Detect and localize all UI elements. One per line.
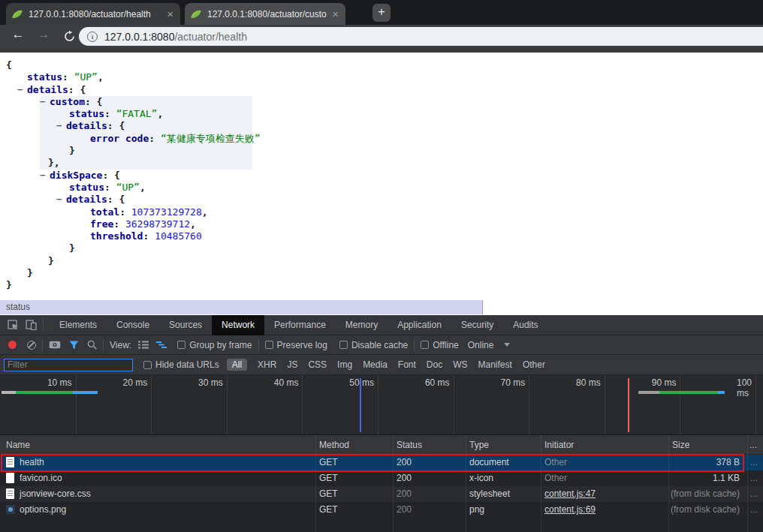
column-header-name[interactable]: Name: [6, 440, 30, 450]
back-button[interactable]: ←: [9, 27, 27, 42]
request-initiator: Other: [544, 457, 567, 467]
json-line: }: [0, 255, 763, 267]
offline-label[interactable]: Offline: [433, 340, 458, 350]
json-punctuation: ,: [157, 108, 163, 119]
new-tab-button[interactable]: +: [372, 4, 391, 22]
request-initiator[interactable]: content.js:47: [544, 488, 596, 499]
devtools-tab-console[interactable]: Console: [107, 315, 159, 335]
group-by-frame-label[interactable]: Group by frame: [189, 340, 252, 350]
browser-window: 127.0.0.1:8080/actuator/health × 127.0.0…: [0, 0, 763, 532]
device-toolbar-icon[interactable]: [26, 320, 37, 330]
capture-screenshots-icon[interactable]: [49, 341, 61, 349]
request-row-health[interactable]: healthGET200documentOther378 B...: [0, 455, 763, 470]
network-overview-timeline[interactable]: 10 ms20 ms30 ms40 ms50 ms60 ms70 ms80 ms…: [0, 375, 763, 435]
tab-custom[interactable]: 127.0.0.1:8080/actuator/custo ×: [185, 3, 345, 25]
filter-type-xhr[interactable]: XHR: [258, 359, 276, 370]
request-name[interactable]: options.png: [20, 504, 66, 515]
devtools-tab-security[interactable]: Security: [451, 315, 503, 335]
collapse-toggle-icon[interactable]: −: [40, 96, 50, 108]
use-large-rows-icon[interactable]: [138, 341, 149, 349]
request-more[interactable]: ...: [750, 504, 758, 515]
column-header-type[interactable]: Type: [469, 440, 489, 450]
record-button[interactable]: [8, 341, 17, 349]
request-more[interactable]: ...: [750, 457, 758, 467]
filter-type-other[interactable]: Other: [523, 359, 545, 370]
json-punctuation: :: [143, 230, 155, 242]
devtools-tab-network[interactable]: Network: [212, 315, 264, 335]
request-row-options.png[interactable]: options.pngGET200pngcontent.js:69(from d…: [0, 502, 763, 518]
filter-type-img[interactable]: Img: [337, 359, 352, 370]
devtools-tab-performance[interactable]: Performance: [264, 315, 336, 335]
preserve-log-checkbox[interactable]: [265, 341, 273, 349]
devtools-tab-memory[interactable]: Memory: [336, 315, 388, 335]
json-line: −details: {: [0, 84, 763, 96]
request-more[interactable]: ...: [750, 473, 758, 483]
request-row-favicon.ico[interactable]: favicon.icoGET200x-iconOther1.1 KB...: [0, 470, 763, 486]
timeline-gridline: [454, 375, 454, 434]
address-bar[interactable]: i 127.0.0.1:8080/actuator/health: [79, 27, 763, 46]
preserve-log-label[interactable]: Preserve log: [277, 340, 327, 350]
tab-health[interactable]: 127.0.0.1:8080/actuator/health ×: [6, 3, 180, 25]
hide-data-urls-checkbox[interactable]: [143, 361, 152, 369]
filter-type-ws[interactable]: WS: [453, 359, 467, 370]
filter-type-media[interactable]: Media: [363, 359, 388, 370]
request-name[interactable]: health: [20, 457, 44, 467]
request-name[interactable]: favicon.ico: [20, 473, 62, 483]
reload-button[interactable]: [60, 31, 78, 46]
search-icon[interactable]: [87, 340, 97, 350]
json-punctuation: : {: [68, 84, 86, 95]
network-filter-input[interactable]: [4, 359, 133, 371]
json-punctuation: :: [113, 218, 125, 230]
devtools-tabbar: ElementsConsoleSourcesNetworkPerformance…: [0, 315, 763, 335]
devtools-tab-application[interactable]: Application: [388, 315, 451, 335]
json-line: }: [0, 242, 763, 254]
request-initiator[interactable]: content.js:69: [544, 504, 596, 515]
disable-cache-checkbox[interactable]: [339, 341, 348, 349]
page-info-icon[interactable]: i: [87, 32, 98, 42]
json-key: threshold: [90, 230, 143, 242]
filter-type-all[interactable]: All: [227, 359, 247, 371]
request-type: png: [469, 504, 484, 515]
filter-type-css[interactable]: CSS: [308, 359, 327, 370]
column-header-size[interactable]: Size: [672, 440, 689, 450]
column-header-[interactable]: ...: [749, 440, 757, 450]
collapse-toggle-icon[interactable]: −: [17, 84, 27, 96]
request-size: (from disk cache): [671, 488, 740, 499]
request-name[interactable]: jsonview-core.css: [20, 488, 91, 499]
clear-icon[interactable]: [27, 341, 36, 350]
request-row-jsonview-core.css[interactable]: jsonview-core.cssGET200stylesheetcontent…: [0, 486, 763, 502]
request-more[interactable]: ...: [750, 488, 758, 499]
filter-type-js[interactable]: JS: [287, 359, 297, 370]
column-header-status[interactable]: Status: [397, 440, 422, 450]
tab-title: 127.0.0.1:8080/actuator/health: [29, 9, 163, 20]
network-request-table: NameMethodStatusTypeInitiatorSize... hea…: [0, 435, 763, 532]
filter-funnel-icon[interactable]: [69, 341, 79, 350]
column-header-initiator[interactable]: Initiator: [544, 440, 574, 450]
collapse-toggle-icon[interactable]: −: [56, 120, 66, 132]
filter-type-doc[interactable]: Doc: [427, 359, 442, 370]
collapse-toggle-icon[interactable]: −: [40, 170, 50, 182]
browser-toolbar: ← → i 127.0.0.1:8080/actuator/health: [0, 25, 763, 47]
close-icon[interactable]: ×: [332, 9, 339, 20]
request-waterfall-bar: [16, 391, 72, 394]
devtools-tab-audits[interactable]: Audits: [503, 315, 547, 335]
devtools-tab-sources[interactable]: Sources: [159, 315, 212, 335]
disable-cache-label[interactable]: Disable cache: [351, 340, 408, 350]
inspect-element-icon[interactable]: [8, 320, 19, 330]
url-path: /actuator/health: [174, 31, 247, 43]
chevron-down-icon[interactable]: [504, 343, 510, 347]
column-header-method[interactable]: Method: [319, 440, 349, 450]
show-overview-icon[interactable]: [156, 341, 167, 349]
filter-type-font[interactable]: Font: [398, 359, 416, 370]
collapse-toggle-icon[interactable]: −: [56, 194, 66, 206]
filter-type-manifest[interactable]: Manifest: [478, 359, 512, 370]
json-line: threshold: 10485760: [0, 230, 763, 242]
hide-data-urls-label[interactable]: Hide data URLs: [155, 359, 219, 370]
json-viewer: {status: “UP”,−details: {−custom: {statu…: [0, 59, 763, 292]
request-size: 1.1 KB: [713, 473, 740, 483]
group-by-frame-checkbox[interactable]: [177, 341, 185, 349]
close-icon[interactable]: ×: [167, 9, 173, 20]
devtools-tab-elements[interactable]: Elements: [50, 315, 107, 335]
throttling-select[interactable]: Online: [468, 340, 494, 350]
offline-checkbox[interactable]: [421, 341, 429, 349]
